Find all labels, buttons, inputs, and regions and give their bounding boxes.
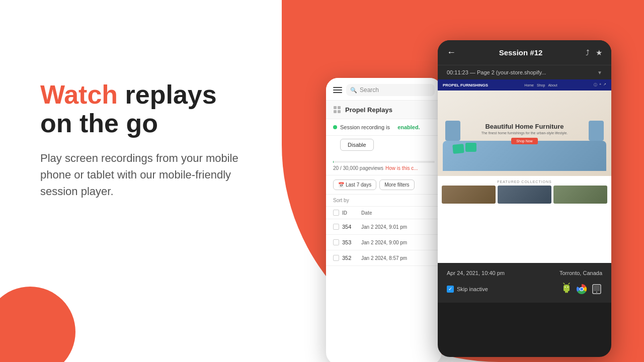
shopify-header: PROPEL FURNISHINGS Home Shop About ⓘ + ↗ xyxy=(438,79,611,90)
sort-row: Sort by xyxy=(326,195,442,207)
phone-left-mockup: 🔍 Search Propel Replays Session recordin… xyxy=(326,78,442,362)
star-icon[interactable]: ★ xyxy=(596,48,602,57)
row-checkbox[interactable] xyxy=(333,255,339,261)
shopify-logo: PROPEL FURNISHINGS xyxy=(443,83,488,87)
last7-filter-button[interactable]: 📅 Last 7 days xyxy=(333,179,376,190)
chrome-icon xyxy=(576,284,587,295)
more-filters-button[interactable]: More filters xyxy=(379,179,414,190)
shopify-nav: Home Shop About xyxy=(524,83,557,87)
col-header-date: Date xyxy=(361,210,372,216)
recording-status: Session recording is enabled. xyxy=(326,119,442,136)
menu-icon[interactable] xyxy=(333,87,342,93)
headline-accent: Watch xyxy=(40,80,118,109)
player-header: ← Session #12 ⤴ ★ xyxy=(438,40,611,65)
left-content: Watch replayson the go Play screen recor… xyxy=(40,80,252,200)
product-thumb-3[interactable] xyxy=(553,186,607,204)
url-bar: 00:11:23 — Page 2 (your-store.shopify...… xyxy=(438,65,611,79)
how-link[interactable]: How is this c... xyxy=(385,165,418,171)
sort-label: Sort by xyxy=(333,198,349,203)
tablet-icon xyxy=(591,284,602,295)
featured-label: Featured Collections xyxy=(442,180,607,184)
browser-icons xyxy=(561,282,602,296)
filter-row: 📅 Last 7 days More filters xyxy=(326,175,442,195)
shopify-hero: Beautiful Home Furniture The finest home… xyxy=(438,90,611,176)
footer-info: Apr 24, 2021, 10:40 pm Torronto, Canada xyxy=(447,270,602,276)
player-footer: Apr 24, 2021, 10:40 pm Torronto, Canada … xyxy=(438,263,611,303)
product-grid xyxy=(442,186,607,204)
svg-rect-1 xyxy=(338,106,341,109)
progress-section: 20 / 30,000 pageviews How is this c... xyxy=(326,158,442,175)
progress-text: 20 / 30,000 pageviews How is this c... xyxy=(333,165,435,171)
recording-status-text: Session recording is xyxy=(340,124,390,130)
row-id: 353 xyxy=(342,239,358,245)
row-date: Jan 2 2024, 9:00 pm xyxy=(361,240,407,245)
table-header: ID Date xyxy=(326,207,442,219)
select-all-checkbox[interactable] xyxy=(333,210,339,216)
cart-icon: ⓘ xyxy=(594,82,597,87)
table-row[interactable]: 353 Jan 2 2024, 9:00 pm xyxy=(326,235,442,250)
search-text: Search xyxy=(360,86,379,94)
phone-right-mockup: ← Session #12 ⤴ ★ 00:11:23 — Page 2 (you… xyxy=(438,40,611,357)
svg-point-10 xyxy=(580,288,583,291)
search-icon: 🔍 xyxy=(350,87,357,94)
row-checkbox[interactable] xyxy=(333,239,339,245)
hero-image: Beautiful Home Furniture The finest home… xyxy=(438,90,611,176)
hero-subtitle: The finest home furnishings for the urba… xyxy=(481,131,568,135)
svg-rect-3 xyxy=(338,110,341,113)
zoom-icon: + xyxy=(599,82,601,87)
shopify-mockup: PROPEL FURNISHINGS Home Shop About ⓘ + ↗ xyxy=(438,79,611,263)
svg-rect-2 xyxy=(334,110,337,113)
grid-icon xyxy=(333,106,341,114)
nav-link: About xyxy=(548,83,557,87)
product-thumb-1[interactable] xyxy=(442,186,496,204)
video-area: PROPEL FURNISHINGS Home Shop About ⓘ + ↗ xyxy=(438,79,611,263)
row-date: Jan 2 2024, 8:57 pm xyxy=(361,255,407,261)
url-text: 00:11:23 — Page 2 (your-store.shopify... xyxy=(447,69,546,75)
share-icon[interactable]: ⤴ xyxy=(586,48,590,57)
nav-link: Shop xyxy=(537,83,545,87)
headline: Watch replayson the go xyxy=(40,80,252,138)
calendar-icon: 📅 xyxy=(338,182,344,188)
phone-header: 🔍 Search xyxy=(326,78,442,101)
subtext: Play screen recordings from your mobile … xyxy=(40,150,252,200)
background-blob-bottom xyxy=(0,287,75,362)
product-thumb-2[interactable] xyxy=(498,186,551,204)
svg-point-5 xyxy=(568,287,569,288)
nav-item-propel[interactable]: Propel Replays xyxy=(326,101,442,119)
status-dot xyxy=(333,125,337,129)
progress-bar-bg xyxy=(333,161,435,163)
nav-link: Home xyxy=(524,83,534,87)
svg-point-4 xyxy=(565,287,566,288)
hero-title: Beautiful Home Furniture xyxy=(485,123,564,130)
last7-label: Last 7 days xyxy=(346,182,371,188)
row-checkbox[interactable] xyxy=(333,224,339,230)
skip-inactive-label: Skip inactive xyxy=(457,286,488,292)
row-date: Jan 2 2024, 9:01 pm xyxy=(361,224,407,230)
footer-date: Apr 24, 2021, 10:40 pm xyxy=(447,270,505,276)
enabled-label: enabled. xyxy=(397,124,420,130)
footer-controls: ✓ Skip inactive xyxy=(447,282,602,296)
svg-line-7 xyxy=(569,283,570,284)
row-id: 352 xyxy=(342,255,358,261)
disable-button[interactable]: Disable xyxy=(340,139,374,151)
footer-location: Torronto, Canada xyxy=(559,270,602,276)
android-icon xyxy=(561,282,572,296)
expand-icon: ↗ xyxy=(603,82,606,87)
more-filters-label: More filters xyxy=(384,182,409,188)
skip-inactive-checkbox[interactable]: ✓ xyxy=(447,286,454,293)
session-title: Session #12 xyxy=(499,48,543,57)
dropdown-arrow-icon[interactable]: ▼ xyxy=(597,70,602,75)
hero-cta-button[interactable]: Shop Now xyxy=(511,138,537,144)
search-bar[interactable]: 🔍 Search xyxy=(346,84,435,96)
row-id: 354 xyxy=(342,224,358,230)
skip-inactive-control[interactable]: ✓ Skip inactive xyxy=(447,286,488,293)
back-button[interactable]: ← xyxy=(447,47,456,58)
progress-label: 20 / 30,000 pageviews xyxy=(333,165,383,171)
table-row[interactable]: 354 Jan 2 2024, 9:01 pm xyxy=(326,219,442,235)
player-actions: ⤴ ★ xyxy=(586,48,602,57)
featured-section: Featured Collections xyxy=(438,176,611,208)
svg-rect-13 xyxy=(594,286,600,291)
svg-line-6 xyxy=(564,283,565,284)
col-header-id: ID xyxy=(342,210,358,216)
table-row[interactable]: 352 Jan 2 2024, 8:57 pm xyxy=(326,250,442,266)
